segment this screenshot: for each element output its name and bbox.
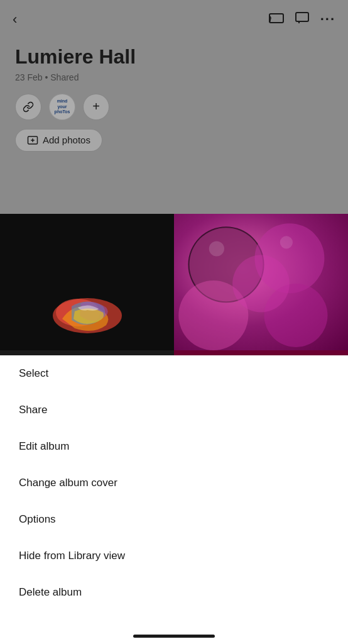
strip-right: [174, 350, 348, 355]
menu-item-share[interactable]: Share: [0, 392, 348, 428]
menu-item-delete[interactable]: Delete album: [0, 574, 348, 611]
home-indicator: [133, 635, 215, 638]
nav-left: ‹: [13, 11, 17, 28]
album-header: ‹ ··· Lumiere Hall 23 Feb • Shared: [0, 0, 348, 214]
comment-icon[interactable]: [295, 12, 309, 28]
grid-top: [0, 214, 348, 350]
menu-item-options[interactable]: Options: [0, 501, 348, 538]
album-actions: mindyourphoTos +: [0, 94, 348, 120]
nav-right: ···: [269, 11, 335, 28]
add-photos-icon: [27, 135, 38, 146]
add-photos-label: Add photos: [43, 135, 90, 145]
svg-point-12: [209, 241, 224, 256]
svg-rect-0: [269, 14, 283, 23]
strip-left: [0, 350, 174, 355]
svg-point-13: [280, 236, 293, 248]
add-photos-button[interactable]: Add photos: [15, 129, 102, 152]
photo-grid: [0, 214, 348, 355]
photo-right[interactable]: [174, 214, 348, 350]
album-meta: 23 Feb • Shared: [15, 72, 333, 82]
avatar[interactable]: mindyourphoTos: [49, 94, 75, 120]
bubbles-svg: [174, 214, 348, 350]
add-person-button[interactable]: +: [83, 94, 109, 120]
back-button[interactable]: ‹: [13, 11, 17, 28]
menu-item-select[interactable]: Select: [0, 355, 348, 392]
menu-item-hide[interactable]: Hide from Library view: [0, 538, 348, 574]
art-piece: [43, 287, 131, 338]
svg-rect-2: [296, 13, 308, 21]
cast-icon[interactable]: [269, 12, 284, 28]
more-icon[interactable]: ···: [320, 11, 335, 28]
album-info: Lumiere Hall 23 Feb • Shared: [0, 28, 348, 82]
menu-list: Select Share Edit album Change album cov…: [0, 355, 348, 611]
menu-item-edit-album[interactable]: Edit album: [0, 428, 348, 465]
top-nav: ‹ ···: [0, 0, 348, 28]
album-title: Lumiere Hall: [15, 45, 333, 69]
photo-left[interactable]: [0, 214, 174, 350]
menu-item-change-cover[interactable]: Change album cover: [0, 465, 348, 501]
grid-bottom: [0, 350, 348, 355]
svg-point-11: [232, 255, 290, 313]
link-button[interactable]: [15, 94, 41, 120]
